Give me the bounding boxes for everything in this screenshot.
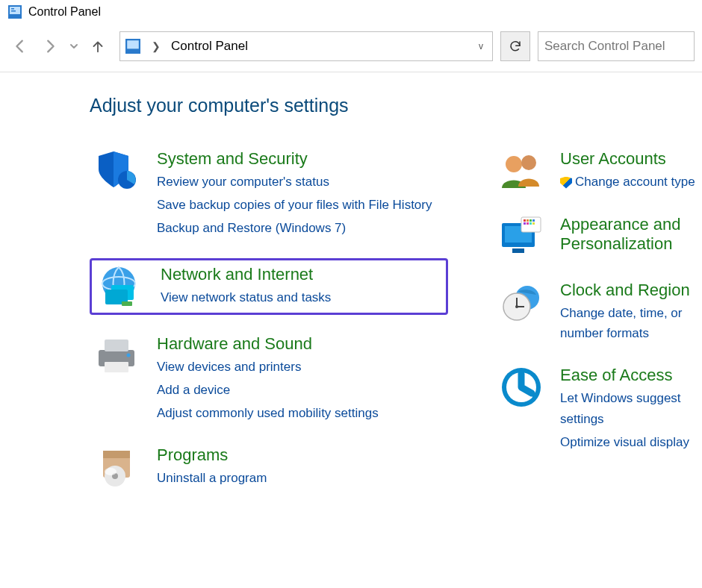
category-link[interactable]: Uninstall a program: [157, 468, 267, 488]
category-network-internet: Network and Internet View network status…: [90, 258, 448, 315]
control-panel-icon: [125, 38, 141, 54]
svg-point-39: [515, 305, 518, 308]
up-button[interactable]: [85, 34, 111, 59]
category-programs: Programs Uninstall a program: [90, 442, 448, 492]
category-link[interactable]: Review your computer's status: [157, 172, 432, 192]
category-clock-region: Clock and Region Change date, time, or n…: [493, 278, 702, 346]
recent-locations-dropdown[interactable]: [67, 34, 81, 59]
category-user-accounts: User Accounts Change account type: [493, 146, 702, 196]
category-ease-of-access: Ease of Access Let Windows suggest setti…: [493, 363, 702, 455]
svg-rect-25: [512, 248, 524, 253]
svg-point-22: [521, 155, 536, 170]
svg-rect-11: [122, 301, 132, 306]
category-link[interactable]: Backup and Restore (Windows 7): [157, 218, 432, 238]
category-link[interactable]: Add a device: [157, 380, 379, 400]
category-link[interactable]: View devices and printers: [157, 357, 379, 377]
category-appearance: Appearance and Personalization: [493, 212, 702, 261]
svg-rect-17: [103, 451, 130, 458]
category-title[interactable]: Appearance and Personalization: [560, 215, 699, 254]
category-link[interactable]: Optimize visual display: [560, 432, 699, 452]
category-hardware-sound: Hardware and Sound View devices and prin…: [90, 331, 448, 427]
svg-rect-27: [524, 219, 526, 222]
svg-rect-34: [532, 222, 535, 225]
svg-point-15: [127, 353, 131, 357]
forward-button[interactable]: [37, 34, 63, 59]
svg-rect-14: [105, 362, 128, 372]
category-column-right: User Accounts Change account type: [493, 146, 702, 492]
users-icon: [496, 149, 547, 193]
address-bar[interactable]: ❯ Control Panel v: [119, 31, 493, 61]
explorer-toolbar: ❯ Control Panel v: [0, 27, 702, 72]
category-title[interactable]: System and Security: [157, 149, 432, 169]
search-box[interactable]: [538, 31, 695, 61]
svg-rect-2: [11, 8, 14, 10]
svg-rect-32: [526, 222, 529, 225]
content-area: Adjust your computer's settings System a…: [0, 72, 702, 492]
control-panel-app-icon: [7, 4, 22, 19]
search-input[interactable]: [544, 39, 688, 54]
category-link[interactable]: Change account type: [560, 172, 695, 192]
category-column-left: System and Security Review your computer…: [90, 146, 448, 492]
category-title[interactable]: User Accounts: [560, 149, 695, 169]
window-title: Control Panel: [28, 5, 101, 19]
category-title[interactable]: Clock and Region: [560, 281, 699, 300]
category-title[interactable]: Network and Internet: [161, 265, 331, 284]
svg-point-21: [506, 156, 522, 172]
svg-rect-3: [11, 10, 16, 12]
svg-rect-5: [127, 40, 139, 49]
chevron-right-icon[interactable]: ❯: [147, 40, 165, 52]
category-title[interactable]: Hardware and Sound: [157, 334, 379, 354]
category-link[interactable]: Adjust commonly used mobility settings: [157, 403, 379, 423]
svg-point-20: [105, 468, 117, 475]
category-system-security: System and Security Review your computer…: [90, 146, 448, 242]
svg-rect-30: [532, 219, 535, 222]
svg-rect-31: [524, 222, 526, 225]
category-title[interactable]: Ease of Access: [560, 366, 699, 385]
programs-icon: [93, 445, 143, 489]
ease-of-access-icon: [496, 366, 547, 409]
shield-icon: [93, 149, 143, 193]
globe-network-icon: [96, 265, 147, 308]
svg-rect-29: [529, 219, 532, 222]
svg-rect-33: [529, 222, 532, 225]
svg-rect-28: [526, 219, 529, 222]
category-link[interactable]: View network status and tasks: [161, 287, 331, 307]
category-link[interactable]: Change date, time, or number formats: [560, 303, 699, 343]
address-dropdown-icon[interactable]: v: [474, 41, 488, 51]
back-button[interactable]: [7, 34, 33, 59]
printer-icon: [93, 334, 143, 378]
monitor-personalization-icon: [496, 215, 547, 258]
clock-globe-icon: [496, 281, 547, 324]
svg-rect-13: [105, 340, 128, 351]
category-title[interactable]: Programs: [157, 445, 267, 465]
page-heading: Adjust your computer's settings: [90, 95, 702, 116]
category-link[interactable]: Let Windows suggest settings: [560, 388, 699, 428]
window-titlebar: Control Panel: [0, 0, 702, 27]
category-link[interactable]: Save backup copies of your files with Fi…: [157, 195, 432, 215]
refresh-button[interactable]: [500, 31, 530, 61]
breadcrumb-item[interactable]: Control Panel: [171, 39, 248, 54]
